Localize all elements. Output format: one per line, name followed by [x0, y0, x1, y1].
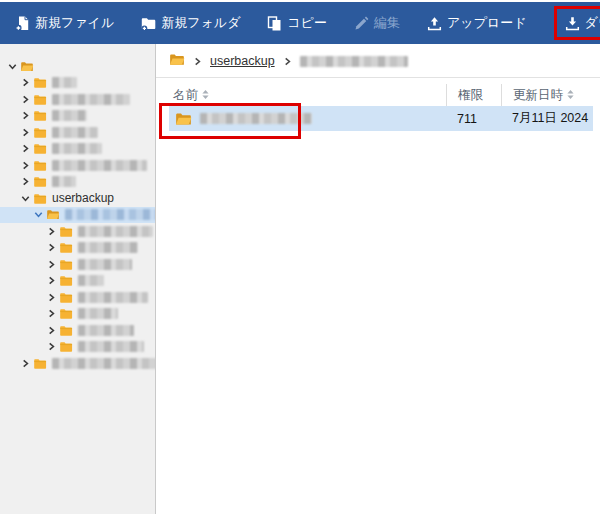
- file-list-rows: 7117月11日 2024: [169, 106, 593, 131]
- tree-item[interactable]: [0, 157, 155, 174]
- redacted-folder-name: [65, 209, 156, 220]
- tree-item[interactable]: [0, 174, 155, 191]
- tree-item-label: userbackup: [52, 191, 114, 205]
- folder-icon: [33, 160, 47, 171]
- chevron-right-icon[interactable]: [21, 111, 30, 120]
- chevron-right-icon[interactable]: [21, 177, 30, 186]
- folder-tree: userbackup: [0, 58, 155, 372]
- chevron-right-icon[interactable]: [21, 359, 30, 368]
- folder-icon: [59, 242, 73, 253]
- chevron-down-icon[interactable]: [8, 62, 17, 71]
- redacted-folder-name: [52, 94, 130, 105]
- download-icon: [565, 16, 580, 31]
- column-header-permissions-label: 権限: [458, 87, 483, 104]
- tree-item-userbackup[interactable]: userbackup: [0, 190, 155, 207]
- file-manager-app: 新規ファイル新規フォルダコピー編集アップロードダウンロード圧縮 userback…: [0, 0, 600, 514]
- redacted-folder-name: [52, 160, 147, 171]
- redacted-folder-name: [78, 341, 144, 352]
- sort-icon: [567, 88, 574, 102]
- tree-item[interactable]: [0, 256, 155, 273]
- tree-item[interactable]: [0, 207, 155, 224]
- breadcrumb-separator-icon: [283, 57, 292, 66]
- toolbar: 新規ファイル新規フォルダコピー編集アップロードダウンロード圧縮: [0, 2, 600, 44]
- chevron-right-icon[interactable]: [21, 128, 30, 137]
- chevron-right-icon[interactable]: [47, 243, 56, 252]
- chevron-right-icon[interactable]: [47, 309, 56, 318]
- column-header-permissions[interactable]: 権限: [446, 84, 501, 106]
- main-panel: userbackup 名前 権限 更新日時: [156, 44, 600, 514]
- folder-icon: [33, 127, 47, 138]
- tree-item[interactable]: [0, 108, 155, 125]
- tree-item[interactable]: [0, 339, 155, 356]
- redacted-folder-name: [78, 275, 104, 286]
- folder-icon: [33, 94, 47, 105]
- folder-icon: [33, 143, 47, 154]
- upload-icon: [427, 16, 442, 31]
- chevron-right-icon[interactable]: [21, 95, 30, 104]
- tree-item[interactable]: [0, 322, 155, 339]
- redacted-folder-name: [52, 127, 98, 138]
- content-body: userbackup userbackup 名前 権限 更新日時: [0, 44, 600, 514]
- column-header-name[interactable]: 名前: [169, 87, 446, 104]
- chevron-right-icon[interactable]: [21, 78, 30, 87]
- folder-icon: [59, 226, 73, 237]
- pencil-icon: [354, 16, 369, 31]
- toolbar-button-label: コピー: [287, 14, 327, 32]
- folder-icon: [33, 110, 47, 121]
- tree-item[interactable]: [0, 75, 155, 92]
- file-row-permissions: 711: [446, 112, 501, 126]
- folder-icon: [59, 341, 73, 352]
- chevron-right-icon[interactable]: [47, 227, 56, 236]
- tree-item[interactable]: [0, 91, 155, 108]
- breadcrumb-link-userbackup[interactable]: userbackup: [210, 54, 275, 68]
- tree-item[interactable]: [0, 124, 155, 141]
- sort-icon: [202, 88, 209, 102]
- toolbar-button-edit: 編集: [354, 14, 400, 32]
- column-header-modified[interactable]: 更新日時: [501, 84, 593, 106]
- tree-item[interactable]: [0, 289, 155, 306]
- folder-tree-sidebar: userbackup: [0, 44, 156, 514]
- open-folder-icon: [46, 209, 60, 220]
- redacted-folder-name: [52, 176, 76, 187]
- copy-icon: [267, 16, 282, 31]
- folder-icon: [59, 275, 73, 286]
- tree-item[interactable]: [0, 141, 155, 158]
- tree-item[interactable]: [0, 273, 155, 290]
- chevron-right-icon[interactable]: [47, 293, 56, 302]
- chevron-down-icon[interactable]: [34, 210, 43, 219]
- file-row-name-cell[interactable]: [169, 112, 446, 126]
- chevron-down-icon[interactable]: [21, 194, 30, 203]
- tree-item[interactable]: [0, 223, 155, 240]
- chevron-right-icon[interactable]: [47, 326, 56, 335]
- file-row[interactable]: 7117月11日 2024: [169, 106, 593, 131]
- tree-item-root[interactable]: [0, 58, 155, 75]
- tree-item[interactable]: [0, 355, 155, 372]
- chevron-right-icon[interactable]: [47, 276, 56, 285]
- file-plus-icon: [15, 16, 30, 31]
- chevron-right-icon[interactable]: [47, 342, 56, 351]
- tree-item[interactable]: [0, 306, 155, 323]
- toolbar-button-label: アップロード: [447, 14, 527, 32]
- redacted-folder-name: [78, 325, 134, 336]
- breadcrumb-redacted-segment: [300, 56, 408, 67]
- chevron-right-icon[interactable]: [47, 260, 56, 269]
- toolbar-button-new-file[interactable]: 新規ファイル: [15, 14, 114, 32]
- breadcrumb-separator-icon: [193, 57, 202, 66]
- toolbar-button-copy[interactable]: コピー: [267, 14, 327, 32]
- open-folder-icon[interactable]: [169, 52, 185, 70]
- folder-icon: [33, 176, 47, 187]
- toolbar-button-label: 編集: [374, 14, 400, 32]
- toolbar-button-label: 新規ファイル: [35, 14, 114, 32]
- folder-icon: [33, 77, 47, 88]
- toolbar-button-upload[interactable]: アップロード: [427, 14, 527, 32]
- redacted-folder-name: [78, 308, 118, 319]
- toolbar-button-download[interactable]: ダウンロード: [554, 6, 600, 40]
- file-list-header: 名前 権限 更新日時: [169, 84, 593, 106]
- toolbar-button-new-folder[interactable]: 新規フォルダ: [141, 14, 240, 32]
- tree-item[interactable]: [0, 240, 155, 257]
- file-list: 名前 権限 更新日時 7117月11日 20: [156, 78, 600, 131]
- chevron-right-icon[interactable]: [21, 144, 30, 153]
- chevron-right-icon[interactable]: [21, 161, 30, 170]
- redacted-folder-name: [52, 110, 87, 121]
- folder-icon: [59, 325, 73, 336]
